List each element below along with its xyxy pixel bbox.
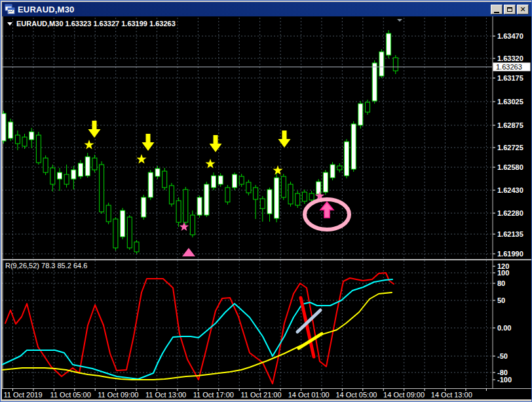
candle-body (393, 58, 398, 71)
indicator-axis-label: 80 (497, 279, 505, 287)
chart-canvas[interactable]: EURAUD,M30 1.63323 1.63327 1.63199 1.632… (2, 16, 531, 399)
candle-body (2, 113, 6, 141)
candle-body (387, 33, 391, 55)
candle-body (358, 104, 363, 125)
time-axis-label: 11 Oct 17:00 (193, 391, 234, 399)
candle (387, 30, 391, 58)
candle-body (113, 219, 118, 248)
candle (113, 217, 118, 251)
price-axis-label: 1.62280 (497, 209, 523, 217)
candle-body (58, 172, 62, 179)
candle-body (233, 174, 237, 188)
indicator-axis-label: 100 (497, 269, 509, 277)
candle-body (92, 158, 97, 170)
candle (43, 155, 48, 175)
time-axis-label: 14 Oct 01:00 (288, 391, 330, 399)
minimize-icon (494, 12, 499, 13)
candle (275, 173, 279, 222)
candle-body (366, 102, 370, 112)
candle-body (345, 142, 349, 176)
candle-body (134, 242, 139, 252)
candle (295, 191, 300, 208)
candle-body (323, 172, 328, 192)
mt4-chart-window: EURAUD,M30 ✕ EURAUD,M30 1.63323 1.63327 … (0, 0, 532, 402)
candle-body (295, 193, 300, 205)
time-axis-label: 14 Oct 13:00 (431, 391, 472, 399)
candle (281, 174, 286, 200)
candle-body (142, 197, 146, 217)
candle-body (169, 186, 174, 204)
candle-body (162, 171, 167, 188)
price-badge-value: 1.63263 (496, 63, 522, 71)
candle-body (121, 211, 125, 237)
candle-body (29, 132, 34, 140)
time-axis-label: 14 Oct 05:00 (335, 391, 377, 399)
time-axis-label: 11 Oct 09:00 (98, 391, 138, 399)
candle (183, 187, 188, 225)
candle (100, 161, 104, 214)
candle (345, 139, 349, 178)
pane-separator (2, 259, 531, 260)
candle (288, 182, 293, 207)
candle-body (246, 182, 251, 193)
indicator-axis-label: -50 (497, 352, 508, 360)
candle-body (36, 135, 41, 163)
candle-body (254, 188, 258, 199)
candle-body (64, 174, 69, 184)
candle-body (337, 166, 342, 170)
candle-body (316, 182, 321, 194)
candle-body (379, 52, 384, 76)
maximize-button[interactable] (504, 5, 516, 14)
indicator-axis-label: -100 (497, 376, 512, 384)
candle-body (302, 192, 307, 201)
candle (9, 119, 13, 141)
candle (127, 215, 132, 250)
indicator-axis-label: 50 (497, 296, 505, 304)
candle-body (190, 215, 195, 235)
candle-body (127, 217, 132, 248)
time-axis-label: 11 Oct 05:00 (50, 391, 91, 399)
candle-body (43, 158, 48, 172)
candle (379, 49, 384, 78)
minimize-button[interactable] (491, 5, 503, 14)
close-button[interactable]: ✕ (517, 5, 529, 14)
candle-body (100, 165, 104, 212)
candle-body (212, 176, 216, 188)
candle-body (176, 201, 181, 222)
price-axis-label: 1.63025 (497, 98, 523, 106)
candle (358, 101, 363, 129)
candle (323, 170, 328, 195)
price-axis-label: 1.63320 (497, 54, 523, 62)
candle-body (106, 205, 111, 222)
candle-body (71, 170, 76, 179)
candle (106, 203, 111, 224)
candle (233, 172, 237, 190)
candle-body (281, 176, 286, 197)
candle (176, 197, 181, 227)
candle-body (22, 137, 27, 146)
chart-background (2, 16, 531, 399)
time-axis-label: 11 Oct 13:00 (145, 391, 186, 399)
candle (2, 111, 6, 144)
time-axis-label: 11 Oct 21:00 (240, 391, 281, 399)
candle-body (148, 172, 153, 197)
candle-body (309, 193, 314, 200)
time-axis-label: 11 Oct 2019 (3, 391, 42, 399)
candle (204, 182, 209, 217)
window-titlebar[interactable]: EURAUD,M30 ✕ (2, 2, 531, 16)
candle-body (218, 176, 223, 184)
candle-body (9, 122, 13, 138)
candle-body (288, 184, 293, 204)
candle-body (197, 197, 202, 215)
price-axis-label: 1.63175 (497, 74, 523, 82)
indicator-label: R(9,26,52) 78.3 85.2 64.6 (5, 262, 87, 270)
candle (351, 121, 356, 172)
candle-body (15, 135, 20, 144)
candle-body (79, 163, 83, 176)
chart-icon (5, 4, 15, 14)
candle-body (204, 184, 209, 215)
candle-body (351, 124, 356, 169)
candle (85, 153, 90, 178)
candle (142, 195, 146, 220)
time-axis-label: 14 Oct 09:00 (383, 391, 425, 399)
